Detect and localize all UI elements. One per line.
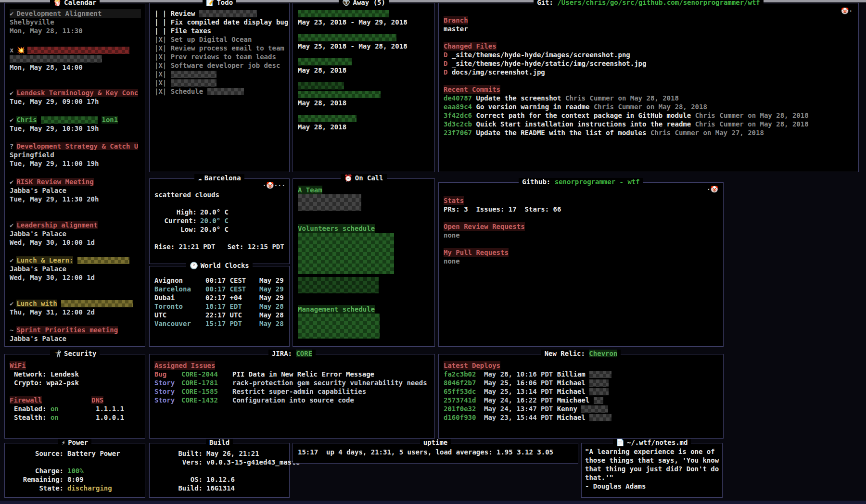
- deploy-row: 201f0e32May 24, 13:47 PDT Kenny: [444, 404, 719, 413]
- weather-sun-times: Rise: 21:21 PDT Set: 12:15 PDT: [154, 242, 285, 251]
- github-open-reviews-header: Open Review Requests: [444, 222, 525, 231]
- redacted-block: [298, 10, 389, 17]
- issue-row: StoryCORE-1781rack-protection gem securi…: [154, 378, 431, 387]
- build-built: Built:May 26, 21:21: [154, 449, 285, 458]
- notes-line: - Douglas Adams: [585, 482, 721, 491]
- power-charge: Charge:100%: [10, 466, 141, 475]
- github-stats-header: Stats: [444, 196, 464, 205]
- redacted-block: [594, 397, 603, 404]
- redacted-block: [207, 88, 244, 95]
- redacted-block: [298, 58, 352, 65]
- wifi-network: Network: Lendesk: [10, 370, 141, 378]
- away-entry: May 25, 2018 - May 28, 2018: [298, 33, 431, 50]
- commit-row: 23f7067 Update the README with the list …: [444, 128, 854, 137]
- clock-row: Barcelona00:17 CESTMay 29: [154, 285, 285, 293]
- github-open-reviews-value: none: [444, 231, 719, 239]
- calendar-event: ?Development Strategy & Catch U Springfi…: [10, 142, 141, 168]
- redacted-block: [199, 10, 257, 17]
- redacted-block: [298, 115, 357, 122]
- github-stats: PRs: 3 Issues: 17 Stars: 66: [444, 205, 719, 214]
- build-version: Vers:v0.0.3-15-g41ed43_maste: [154, 458, 285, 466]
- clock-row: UTC22:17 UTCMay 28: [154, 311, 285, 319]
- jira-panel: JIRA: CORE Assigned Issues BugCORE-2044P…: [149, 354, 435, 439]
- weather-panel: ☁Barcelona ·🤡··· scattered clouds High:2…: [149, 178, 290, 264]
- todo-item: |X| Review process email to team: [154, 44, 285, 52]
- away-entry: May 28, 2018: [298, 114, 431, 131]
- away-entry: May 23, 2018 - May 29, 2018: [298, 9, 431, 26]
- calendar-event: ✔Lendesk Terminology & Key Conc Tue, May…: [10, 88, 141, 106]
- oncall-management-header: Management schedule: [298, 305, 375, 314]
- build-panel: Build Built:May 26, 21:21 Vers:v0.0.3-15…: [149, 443, 290, 498]
- notes-line: those things that says, 'You know: [585, 456, 721, 465]
- redacted-block: [298, 91, 381, 98]
- clock-row: Toronto18:17 EDTMay 28: [154, 302, 285, 311]
- away-entry: May 28, 2018: [298, 81, 431, 107]
- notes-line: that thing you just did? Don't do: [585, 465, 721, 473]
- todo-item: | | Fix compiled date display bug: [154, 18, 285, 26]
- git-branch-header: Branch: [444, 16, 468, 25]
- commit-row: eaa89c4 Go version warning in readme Chr…: [444, 102, 854, 111]
- window-edge: [0, 0, 866, 2]
- issue-row: BugCORE-2044PII Data in New Relic Error …: [154, 370, 431, 378]
- redacted-block: [61, 300, 133, 307]
- clock-row: Avignon00:17 CESTMay 29: [154, 276, 285, 285]
- calendar-event: x💥 Mon, May 28, 14:00: [10, 46, 141, 72]
- todo-item: |X| Set up Digital Ocean: [154, 35, 285, 44]
- todo-item: |X| Prev reviews to team leads: [154, 52, 285, 61]
- redacted-block: [589, 388, 609, 395]
- github-my-prs-value: none: [444, 257, 719, 265]
- calendar-event: ~Sprint Priorities meeting Jabba's Palac…: [10, 326, 141, 343]
- commit-row: 3f42dc6 Correct path for the context pac…: [444, 111, 854, 120]
- changed-file-row: D _site/themes/hyde-hyde/images/screensh…: [444, 50, 854, 59]
- redacted-block: [171, 71, 216, 78]
- uptime-line: 15:17 up 4 days, 21:31, 5 users, load av…: [298, 448, 574, 456]
- redacted-block: [589, 414, 611, 421]
- oncall-volunteers-header: Volunteers schedule: [298, 224, 375, 233]
- away-entry: May 28, 2018: [298, 57, 431, 75]
- redacted-block: [77, 257, 129, 264]
- redacted-block: [27, 47, 129, 54]
- wifi-crypto: Crypto: wpa2-psk: [10, 378, 141, 387]
- clock-row: Vancouver15:17 PDTMay 28: [154, 319, 285, 328]
- weather-condition: scattered clouds: [154, 190, 285, 199]
- build-os: OS:10.12.6: [154, 475, 285, 484]
- on-call-panel: ⏰On Call A Team Volunteers schedule Mana…: [293, 178, 435, 347]
- clock-row: Dubai02:17 +04May 29: [154, 293, 285, 302]
- todo-item: | | File taxes: [154, 26, 285, 35]
- security-panel: 🤺Security WiFi Network: Lendesk Crypto: …: [4, 354, 145, 439]
- calendar-event: ✔Lunch with Thu, May 31, 12:00 2d: [10, 299, 141, 316]
- redacted-block: [298, 194, 361, 211]
- git-panel: Git: /Users/chris/go/src/github.com/seno…: [438, 3, 859, 172]
- firewall-enabled: Enabled: on1.1.1.1: [10, 404, 141, 413]
- commit-row: de40787 Update the screenshot Chris Cumm…: [444, 94, 854, 102]
- weather-current: Current:20.0° C: [154, 216, 285, 225]
- todo-item: | | Review: [154, 9, 285, 18]
- redacted-block: [171, 79, 216, 87]
- todo-item: |X| Schedule: [154, 87, 285, 96]
- issue-row: StoryCORE-1585Restrict super-admin capab…: [154, 387, 431, 396]
- commit-row: 3d3c2cb Quick Start installation instruc…: [444, 120, 854, 128]
- power-source: Source:Battery Power: [10, 449, 141, 458]
- power-remaining: Remaining:8:09: [10, 475, 141, 484]
- redacted-block: [298, 34, 396, 41]
- power-state: State:discharging: [10, 484, 141, 492]
- new-relic-panel: New Relic: Chevron Latest Deploys fa2c3b…: [438, 354, 724, 439]
- git-commits-header: Recent Commits: [444, 85, 500, 94]
- build-number: Build:16G1314: [154, 484, 285, 492]
- redacted-block: [298, 233, 394, 274]
- away-panel: 👽Away (5) May 23, 2018 - May 29, 2018 Ma…: [293, 3, 435, 172]
- calendar-event: ✔Chris 1on1 Tue, May 29, 10:30 19h: [10, 115, 141, 133]
- redacted-block: [581, 405, 608, 413]
- weather-low: Low:20.0° C: [154, 225, 285, 234]
- redacted-block: [10, 55, 102, 63]
- power-panel: ⚡Power Source:Battery Power Charge:100% …: [4, 443, 145, 498]
- oncall-team-header: A Team: [298, 186, 322, 194]
- notes-line: "A learning experience is one of: [585, 447, 721, 456]
- git-branch: master: [444, 25, 854, 33]
- deploy-row: d160f930May 23, 15:44 PDT Michael: [444, 413, 719, 422]
- redacted-block: [589, 379, 609, 387]
- latest-deploys-header: Latest Deploys: [444, 361, 500, 370]
- redacted-block: [589, 371, 611, 378]
- issue-row: StoryCORE-1432Configuration into source …: [154, 396, 431, 404]
- todo-panel: 📝Todo | | Review | | Fix compiled date d…: [149, 3, 290, 172]
